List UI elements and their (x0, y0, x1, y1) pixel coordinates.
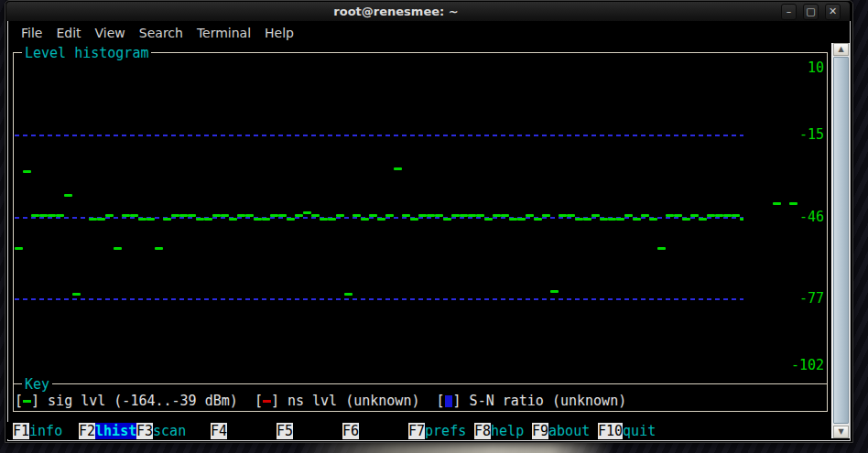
scroll-down-icon[interactable]: ▼ (833, 426, 849, 438)
signal-level-dash (385, 214, 394, 217)
signal-level-dash (427, 214, 435, 217)
fkey-cap: F3 (136, 423, 153, 439)
fkey-label: info (29, 423, 62, 439)
signal-level-dash (89, 218, 97, 221)
fkey-f6[interactable]: F6 (342, 423, 359, 439)
titlebar[interactable]: root@renesmee: ~ –▢✕ (6, 2, 850, 22)
signal-level-dash (435, 214, 443, 217)
signal-level-dash (641, 214, 649, 217)
fkey-f8-help[interactable]: F8help (474, 423, 524, 439)
signal-level-dash (369, 214, 377, 217)
fkey-label: prefs (425, 423, 466, 439)
signal-level-dash (583, 218, 591, 221)
signal-level-dash (624, 214, 633, 217)
signal-level-dash (138, 218, 146, 221)
menu-item-file[interactable]: File (19, 25, 44, 41)
fkey-bar: F1infoF2lhistF3scanF4F5F6F7prefsF8helpF9… (7, 422, 830, 439)
signal-level-dash (789, 202, 797, 205)
menubar: FileEditViewSearchTerminalHelp (13, 22, 836, 43)
signal-level-dash (311, 214, 320, 217)
menu-item-edit[interactable]: Edit (54, 25, 82, 41)
fkey-f2-lhist[interactable]: F2lhist (79, 423, 136, 439)
gridline--15dbm (15, 135, 799, 136)
menu-item-help[interactable]: Help (263, 25, 296, 41)
signal-level-dash (237, 214, 245, 217)
gridline--77dbm (15, 298, 799, 300)
signal-level-dash (320, 218, 328, 221)
signal-level-dash (171, 214, 179, 217)
signal-level-dash (476, 214, 484, 217)
signal-level-dash (550, 290, 559, 293)
signal-level-dash (460, 214, 468, 217)
axis-tick-label: -102 (743, 357, 824, 373)
scroll-up-icon[interactable]: ▲ (833, 43, 849, 56)
signal-level-dash (278, 214, 287, 217)
fkey-cap: F7 (408, 423, 425, 439)
fkey-label: about (548, 423, 590, 439)
signal-level-dash (616, 218, 624, 221)
fkey-label: quit (623, 423, 656, 439)
signal-level-dash (394, 167, 402, 170)
signal-level-dash (773, 202, 781, 205)
fkey-f7-prefs[interactable]: F7prefs (408, 423, 466, 439)
fkey-cap: F2 (79, 423, 95, 439)
signal-level-dash (72, 293, 81, 296)
maximize-button-icon[interactable]: ▢ (803, 4, 819, 20)
fkey-f1-info[interactable]: F1info (13, 423, 62, 439)
signal-level-dash (517, 218, 526, 221)
signal-level-dash (468, 214, 476, 217)
signal-level-dash (262, 218, 270, 221)
signal-level-dash (361, 218, 369, 221)
signal-level-dash (600, 218, 608, 221)
signal-level-dash (254, 218, 262, 221)
signal-level-dash (633, 218, 641, 221)
fkey-f4[interactable]: F4 (211, 423, 227, 439)
signal-level-dash (23, 170, 31, 173)
scrollbar-thumb[interactable] (833, 57, 849, 424)
scrollbar[interactable]: ▲ ▼ (831, 43, 850, 438)
fkey-cap: F8 (474, 423, 491, 439)
legend-block-icon (445, 395, 452, 407)
close-button-icon[interactable]: ✕ (825, 4, 841, 20)
signal-level-dash (707, 214, 715, 217)
signal-level-dash (64, 194, 72, 197)
fkey-f10-quit[interactable]: F10quit (598, 423, 656, 439)
axis-tick-label: -46 (743, 209, 824, 225)
signal-level-dash (295, 214, 303, 217)
menu-item-search[interactable]: Search (137, 25, 185, 41)
signal-level-dash (204, 218, 212, 221)
signal-level-dash (526, 214, 534, 217)
signal-level-dash (451, 214, 460, 217)
window-title: root@renesmee: ~ (6, 5, 786, 18)
histogram-panel-title: Level histogram (22, 45, 151, 61)
signal-level-dash (130, 214, 138, 217)
fkey-cap: F1 (13, 423, 29, 439)
signal-level-dash (410, 218, 418, 221)
signal-level-dash (715, 214, 723, 217)
signal-level-dash (723, 214, 732, 217)
signal-level-dash (48, 214, 56, 217)
signal-level-dash (732, 214, 740, 217)
signal-level-dash (303, 211, 311, 214)
signal-level-dash (567, 214, 575, 217)
fkey-f9-about[interactable]: F9about (532, 423, 590, 439)
window-controls: –▢✕ (781, 4, 841, 20)
signal-level-dash (97, 218, 105, 221)
fkey-f3-scan[interactable]: F3scan (136, 423, 186, 439)
fkey-label: scan (153, 423, 186, 439)
fkey-cap: F4 (211, 423, 227, 439)
menu-item-terminal[interactable]: Terminal (195, 25, 253, 41)
fkey-label: lhist (95, 423, 136, 439)
wavemon-screen: Level histogram 10-15-46-77-102 Key [] s… (0, 0, 868, 453)
signal-level-dash (31, 214, 39, 217)
menu-item-view[interactable]: View (93, 25, 127, 41)
minimize-button-icon[interactable]: – (781, 4, 797, 20)
signal-level-dash (509, 218, 517, 221)
signal-level-dash (559, 214, 567, 217)
signal-level-dash (418, 214, 427, 217)
signal-level-dash (146, 218, 155, 221)
signal-level-dash (328, 218, 336, 221)
signal-level-dash (682, 218, 690, 221)
fkey-f5[interactable]: F5 (277, 423, 293, 439)
signal-level-dash (674, 214, 682, 217)
